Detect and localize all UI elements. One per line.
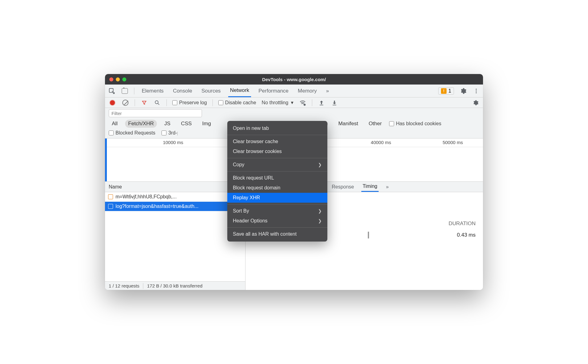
- warning-count: 1: [448, 88, 451, 94]
- minimize-window-button[interactable]: [116, 77, 120, 81]
- svg-point-1: [476, 89, 477, 89]
- ctx-copy[interactable]: Copy ❯: [227, 160, 327, 170]
- context-menu: Open in new tab Clear browser cache Clea…: [227, 121, 327, 242]
- filter-icon[interactable]: [141, 99, 148, 106]
- request-name: m=Wt6vjf,hhhU8,FCpbqb,...: [116, 194, 177, 200]
- filter-type-js[interactable]: JS: [161, 120, 174, 128]
- window-titlebar: DevTools - www.google.com/: [105, 74, 483, 85]
- inspect-element-icon[interactable]: [108, 87, 116, 95]
- has-blocked-cookies-checkbox[interactable]: Has blocked cookies: [389, 121, 441, 126]
- svg-point-5: [304, 104, 306, 105]
- request-list-pane: Name m=Wt6vjf,hhhU8,FCpbqb,... log?forma…: [105, 182, 246, 290]
- divider: [227, 227, 327, 228]
- blocked-requests-checkbox[interactable]: Blocked Requests: [109, 130, 155, 136]
- window-title: DevTools - www.google.com/: [105, 77, 483, 82]
- ctx-clear-cache[interactable]: Clear browser cache: [227, 137, 327, 147]
- request-type-icon: [108, 204, 113, 209]
- ctx-header-options[interactable]: Header Options ❯: [227, 216, 327, 226]
- divider: [312, 99, 312, 106]
- tab-response[interactable]: Response: [330, 182, 355, 192]
- timeline-tick: 50000 ms: [443, 140, 463, 145]
- third-party-checkbox[interactable]: 3rd-party requests: [162, 130, 178, 136]
- toolbar-settings-icon[interactable]: [472, 99, 479, 106]
- tab-performance[interactable]: Performance: [257, 85, 290, 97]
- filter-type-fetch-xhr[interactable]: Fetch/XHR: [125, 120, 157, 128]
- filter-type-img[interactable]: Img: [199, 120, 214, 128]
- warning-icon: !: [441, 88, 447, 94]
- tab-console[interactable]: Console: [171, 85, 194, 97]
- chevron-right-icon: ❯: [318, 218, 322, 223]
- divider: [166, 99, 167, 106]
- request-row[interactable]: m=Wt6vjf,hhhU8,FCpbqb,...: [105, 192, 245, 202]
- kebab-menu-icon[interactable]: [472, 87, 480, 95]
- upload-har-icon[interactable]: [318, 99, 325, 106]
- timeline-tick: 40000 ms: [371, 140, 391, 145]
- maximize-window-button[interactable]: [122, 77, 126, 81]
- ctx-open-new-tab[interactable]: Open in new tab: [227, 123, 327, 133]
- network-conditions-icon[interactable]: [299, 99, 306, 106]
- status-footer: 1 / 12 requests 172 B / 30.0 kB transfer…: [105, 281, 245, 290]
- third-party-label: 3rd-party requests: [168, 130, 178, 136]
- filter-type-manifest[interactable]: Manifest: [335, 120, 361, 128]
- ctx-save-har[interactable]: Save all as HAR with content: [227, 229, 327, 239]
- request-type-icon: [108, 194, 113, 199]
- queueing-bar: [368, 232, 369, 238]
- main-tab-row: Elements Console Sources Network Perform…: [105, 85, 483, 97]
- tab-memory[interactable]: Memory: [296, 85, 318, 97]
- filter-type-all[interactable]: All: [109, 120, 121, 128]
- status-transferred: 172 B / 30.0 kB transferred: [147, 283, 202, 288]
- search-icon[interactable]: [153, 99, 161, 106]
- clear-button[interactable]: [122, 99, 129, 106]
- filter-type-other[interactable]: Other: [366, 120, 385, 128]
- has-blocked-cookies-label: Has blocked cookies: [396, 121, 441, 126]
- svg-point-4: [155, 101, 158, 104]
- timeline-selection-handle[interactable]: [105, 139, 107, 181]
- filter-type-css[interactable]: CSS: [178, 120, 195, 128]
- timeline-tick: 10000 ms: [163, 140, 183, 145]
- tab-sources[interactable]: Sources: [200, 85, 222, 97]
- preserve-log-checkbox[interactable]: Preserve log: [172, 100, 207, 105]
- status-requests: 1 / 12 requests: [109, 283, 139, 288]
- svg-point-3: [476, 92, 477, 93]
- divider: [227, 135, 327, 135]
- divider: [135, 99, 135, 106]
- divider: [212, 99, 213, 106]
- request-row[interactable]: log?format=json&hasfast=true&auth...: [105, 202, 245, 211]
- throttling-label: No throttling: [262, 100, 288, 105]
- ctx-replay-xhr[interactable]: Replay XHR: [227, 193, 327, 203]
- divider: [227, 204, 327, 205]
- traffic-lights: [109, 77, 126, 81]
- svg-point-2: [476, 90, 477, 91]
- chevron-right-icon: ❯: [318, 209, 322, 213]
- divider: [143, 283, 143, 289]
- settings-icon[interactable]: [460, 87, 467, 95]
- duration-header: DURATION: [448, 221, 476, 227]
- preserve-log-label: Preserve log: [179, 100, 207, 105]
- ctx-clear-cookies[interactable]: Clear browser cookies: [227, 147, 327, 156]
- devtools-window: DevTools - www.google.com/ Elements Cons…: [105, 74, 483, 290]
- ctx-block-url[interactable]: Block request URL: [227, 173, 327, 183]
- tab-timing[interactable]: Timing: [361, 182, 378, 192]
- record-button[interactable]: [109, 99, 116, 106]
- disable-cache-checkbox[interactable]: Disable cache: [218, 100, 256, 105]
- close-window-button[interactable]: [109, 77, 113, 81]
- disable-cache-label: Disable cache: [225, 100, 256, 105]
- throttling-select[interactable]: No throttling ▾: [262, 100, 293, 105]
- more-tabs-icon[interactable]: »: [324, 85, 331, 97]
- warnings-badge[interactable]: ! 1: [438, 87, 454, 95]
- request-name: log?format=json&hasfast=true&auth...: [116, 204, 199, 209]
- request-list-header[interactable]: Name: [105, 182, 245, 192]
- ctx-sort-by[interactable]: Sort By ❯: [227, 206, 327, 216]
- tab-network[interactable]: Network: [228, 85, 251, 97]
- more-detail-tabs-icon[interactable]: »: [385, 182, 390, 192]
- queueing-value: 0.43 ms: [457, 232, 476, 238]
- svg-rect-6: [320, 105, 324, 105]
- ctx-block-domain[interactable]: Block request domain: [227, 183, 327, 193]
- divider: [227, 171, 327, 172]
- filter-input[interactable]: [109, 109, 202, 117]
- download-har-icon[interactable]: [331, 99, 338, 106]
- chevron-right-icon: ❯: [318, 162, 322, 167]
- network-toolbar: Preserve log Disable cache No throttling…: [105, 97, 483, 108]
- tab-elements[interactable]: Elements: [140, 85, 166, 97]
- device-toolbar-icon[interactable]: [121, 87, 128, 95]
